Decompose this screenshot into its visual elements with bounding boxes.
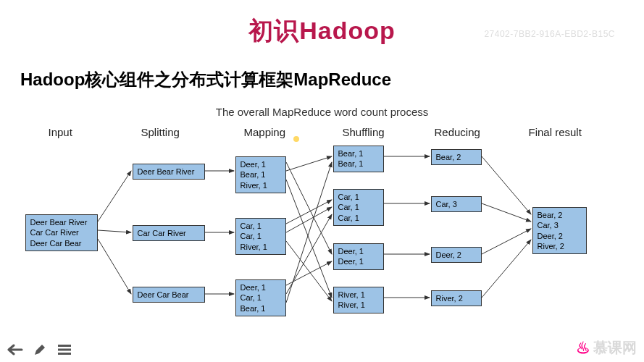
reduce-box-4: River, 2 <box>431 290 482 306</box>
svg-line-21 <box>482 229 531 254</box>
back-arrow-icon[interactable] <box>7 342 23 358</box>
svg-line-12 <box>286 261 332 285</box>
input-box: Deer Bear River Car Car River Deer Car B… <box>25 214 98 251</box>
shuffle-box-1: Bear, 1 Bear, 1 <box>333 146 384 172</box>
map-box-2: Car, 1 Car, 1 River, 1 <box>235 218 286 255</box>
col-final-header: Final result <box>529 126 582 138</box>
split-box-1: Deer Bear River <box>133 164 205 180</box>
col-mapping-header: Mapping <box>244 126 286 138</box>
diagram: The overall MapReduce word count process… <box>25 106 619 345</box>
flame-icon: ♨ <box>576 339 590 358</box>
reduce-box-3: Deer, 2 <box>431 247 482 263</box>
reduce-box-1: Bear, 2 <box>431 149 482 165</box>
col-splitting-header: Splitting <box>141 126 180 138</box>
menu-icon[interactable] <box>57 342 72 358</box>
shuffle-box-2: Car, 1 Car, 1 Car, 1 <box>333 189 384 226</box>
split-box-2: Car Car River <box>133 225 205 241</box>
svg-line-14 <box>286 162 332 303</box>
shuffle-box-3: Deer, 1 Deer, 1 <box>333 243 384 270</box>
watermark-id: 27402-7BB2-916A-EBD2-B15C <box>484 29 615 39</box>
shuffle-box-4: River, 1 River, 1 <box>333 287 384 313</box>
subtitle: Hadoop核心组件之分布式计算框架MapReduce <box>20 68 644 91</box>
svg-line-2 <box>98 239 131 294</box>
site-brand: ♨ 慕课网 <box>576 338 637 358</box>
col-shuffling-header: Shuffling <box>343 126 385 138</box>
col-input-header: Input <box>49 126 72 138</box>
map-box-1: Deer, 1 Bear, 1 River, 1 <box>235 156 286 193</box>
split-box-3: Deer Car Bear <box>133 287 205 303</box>
reduce-box-2: Car, 3 <box>431 196 482 212</box>
col-reducing-header: Reducing <box>435 126 480 138</box>
svg-rect-25 <box>58 353 71 355</box>
svg-line-20 <box>482 203 531 222</box>
svg-rect-23 <box>58 345 71 347</box>
laser-pointer-dot <box>293 136 299 142</box>
map-box-3: Deer, 1 Car, 1 Bear, 1 <box>235 279 286 316</box>
svg-line-8 <box>286 180 332 298</box>
diagram-title: The overall MapReduce word count process <box>25 106 619 118</box>
svg-line-22 <box>482 240 531 298</box>
svg-line-19 <box>482 156 531 214</box>
svg-line-0 <box>98 171 131 222</box>
svg-line-7 <box>286 156 332 171</box>
svg-line-1 <box>98 230 131 232</box>
arrows-layer <box>25 106 619 345</box>
svg-line-13 <box>286 214 332 294</box>
pencil-icon[interactable] <box>32 342 48 358</box>
svg-line-9 <box>286 200 332 224</box>
svg-line-11 <box>286 241 332 301</box>
brand-text: 慕课网 <box>593 338 637 358</box>
svg-line-6 <box>286 162 332 254</box>
final-box: Bear, 2 Car, 3 Deer, 2 River, 2 <box>532 207 587 254</box>
bottom-toolbar <box>7 342 72 358</box>
svg-rect-24 <box>58 349 71 351</box>
svg-line-10 <box>286 207 332 232</box>
